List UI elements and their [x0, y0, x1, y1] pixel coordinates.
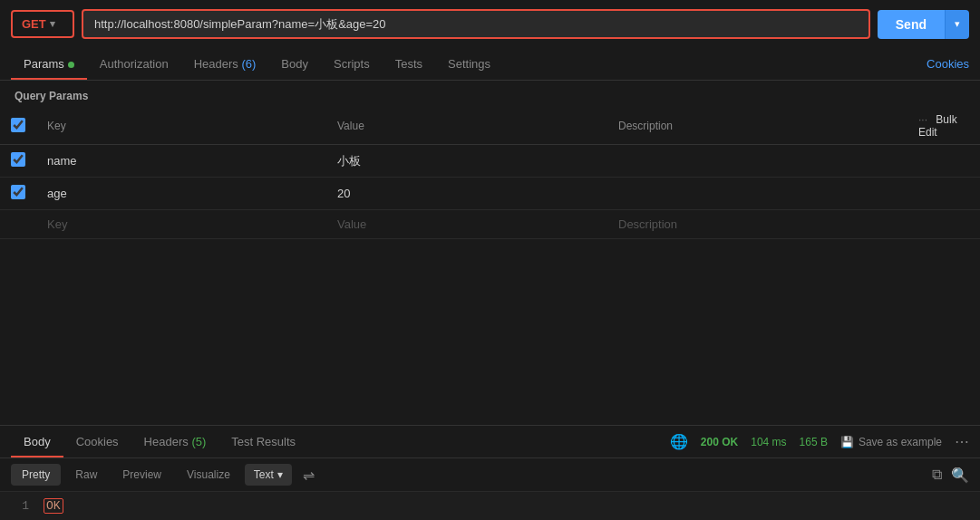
response-tab-test-results[interactable]: Test Results	[218, 426, 308, 457]
pretty-button[interactable]: Pretty	[11, 464, 61, 486]
copy-button[interactable]: ⧉	[932, 467, 942, 483]
more-icon: ···	[918, 113, 927, 126]
request-tab-bar: Params Authorization Headers (6) Body Sc…	[0, 48, 980, 81]
send-chevron-button[interactable]: ▾	[945, 10, 969, 39]
tab-authorization[interactable]: Authorization	[87, 48, 181, 80]
row2-key[interactable]: age	[36, 178, 326, 210]
key-header: Key	[36, 108, 326, 145]
response-tab-headers[interactable]: Headers (5)	[131, 426, 219, 457]
ok-value: OK	[44, 498, 63, 514]
toolbar-right: ⧉ 🔍	[932, 467, 969, 484]
tab-scripts[interactable]: Scripts	[321, 48, 383, 80]
row2-actions	[907, 178, 980, 210]
row2-description[interactable]	[607, 178, 907, 210]
tab-headers[interactable]: Headers (6)	[181, 48, 269, 80]
more-options-icon[interactable]: ⋯	[955, 433, 969, 450]
format-select[interactable]: Text ▾	[245, 464, 292, 486]
row1-value[interactable]: 小板	[326, 145, 607, 178]
row2-checkbox[interactable]	[11, 185, 25, 199]
cookies-link[interactable]: Cookies	[927, 57, 969, 71]
search-button[interactable]: 🔍	[951, 467, 969, 484]
url-input[interactable]	[83, 11, 868, 37]
placeholder-value[interactable]: Value	[326, 210, 607, 239]
row1-checkbox[interactable]	[11, 152, 25, 167]
params-dot	[68, 62, 74, 68]
tab-tests[interactable]: Tests	[383, 48, 435, 80]
row1-description[interactable]	[607, 145, 907, 178]
visualize-button[interactable]: Visualize	[176, 464, 241, 486]
row2-value[interactable]: 20	[326, 178, 607, 210]
table-row: age 20	[0, 178, 980, 210]
tab-settings[interactable]: Settings	[435, 48, 503, 80]
response-tab-bar: Body Cookies Headers (5) Test Results 🌐 …	[0, 426, 980, 458]
placeholder-actions	[907, 210, 980, 239]
method-button[interactable]: GET ▾	[11, 10, 74, 38]
response-size: 165 B	[800, 436, 828, 448]
url-input-wrapper	[82, 9, 870, 39]
response-body: 1 OK	[0, 492, 980, 520]
format-chevron-icon: ▾	[277, 468, 283, 481]
status-badge: 200 OK	[701, 436, 738, 448]
globe-icon: 🌐	[670, 433, 688, 450]
method-label: GET	[22, 17, 46, 31]
response-meta: 🌐 200 OK 104 ms 165 B 💾 Save as example …	[670, 433, 969, 450]
response-content: OK	[44, 499, 63, 513]
response-tab-cookies[interactable]: Cookies	[63, 426, 131, 457]
row2-check-cell	[0, 178, 36, 210]
row1-check-cell	[0, 145, 36, 178]
response-toolbar: Pretty Raw Preview Visualize Text ▾ ⇌ ⧉ …	[0, 458, 980, 492]
method-chevron-icon: ▾	[50, 18, 55, 30]
url-bar: GET ▾ Send ▾	[0, 0, 980, 48]
preview-button[interactable]: Preview	[112, 464, 172, 486]
description-header: Description	[607, 108, 907, 145]
table-row: name 小板	[0, 145, 980, 178]
send-button[interactable]: Send	[878, 10, 945, 39]
line-number: 1	[11, 499, 29, 513]
row1-key[interactable]: name	[36, 145, 326, 178]
placeholder-check-cell	[0, 210, 36, 239]
response-time: 104 ms	[751, 436, 786, 448]
check-col-header	[0, 108, 36, 145]
select-all-checkbox[interactable]	[11, 118, 25, 132]
bottom-section: Body Cookies Headers (5) Test Results 🌐 …	[0, 425, 980, 520]
params-table: Key Value Description ··· Bulk Edit name…	[0, 108, 980, 239]
value-header: Value	[326, 108, 607, 145]
send-button-group: Send ▾	[878, 10, 969, 39]
query-params-title: Query Params	[0, 81, 980, 108]
actions-header: ··· Bulk Edit	[907, 108, 980, 145]
tab-body[interactable]: Body	[268, 48, 321, 80]
format-label: Text	[254, 468, 274, 481]
tab-params[interactable]: Params	[11, 48, 87, 80]
save-icon: 💾	[840, 436, 854, 448]
placeholder-key[interactable]: Key	[36, 210, 326, 239]
wrap-icon[interactable]: ⇌	[303, 467, 315, 484]
row1-actions	[907, 145, 980, 178]
save-example-button[interactable]: 💾 Save as example	[840, 436, 942, 448]
raw-button[interactable]: Raw	[64, 464, 108, 486]
response-tab-body[interactable]: Body	[11, 426, 63, 457]
table-row-placeholder: Key Value Description	[0, 210, 980, 239]
placeholder-description[interactable]: Description	[607, 210, 907, 239]
